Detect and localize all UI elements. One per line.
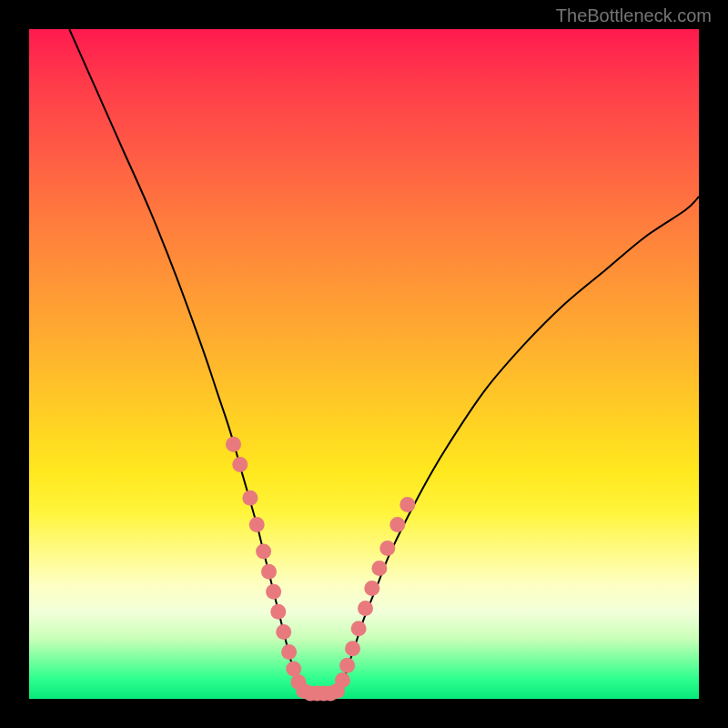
marker-dot — [276, 624, 291, 640]
chart-svg — [29, 29, 699, 699]
curve-group — [69, 29, 699, 695]
marker-dot — [249, 517, 265, 532]
watermark-text: TheBottleneck.com — [556, 5, 712, 26]
marker-dot — [358, 601, 373, 616]
marker-dot — [256, 544, 271, 560]
marker-dot — [364, 581, 379, 596]
marker-dot — [226, 437, 241, 452]
marker-dot — [371, 561, 387, 576]
right-branch-curve — [338, 197, 699, 693]
marker-dot — [345, 641, 360, 656]
marker-dot — [270, 604, 286, 620]
marker-dot — [335, 672, 350, 688]
marker-dot — [261, 564, 277, 580]
marker-dot — [242, 490, 258, 506]
marker-dot — [379, 541, 395, 556]
marker-dots-group — [226, 437, 415, 702]
marker-dot — [232, 457, 248, 472]
marker-dot — [281, 644, 297, 660]
marker-dot — [266, 584, 281, 600]
marker-dot — [389, 517, 405, 532]
marker-dot — [399, 497, 415, 512]
marker-dot — [339, 658, 355, 673]
chart-frame: TheBottleneck.com — [0, 0, 728, 728]
marker-dot — [286, 661, 301, 676]
marker-dot — [351, 621, 367, 636]
